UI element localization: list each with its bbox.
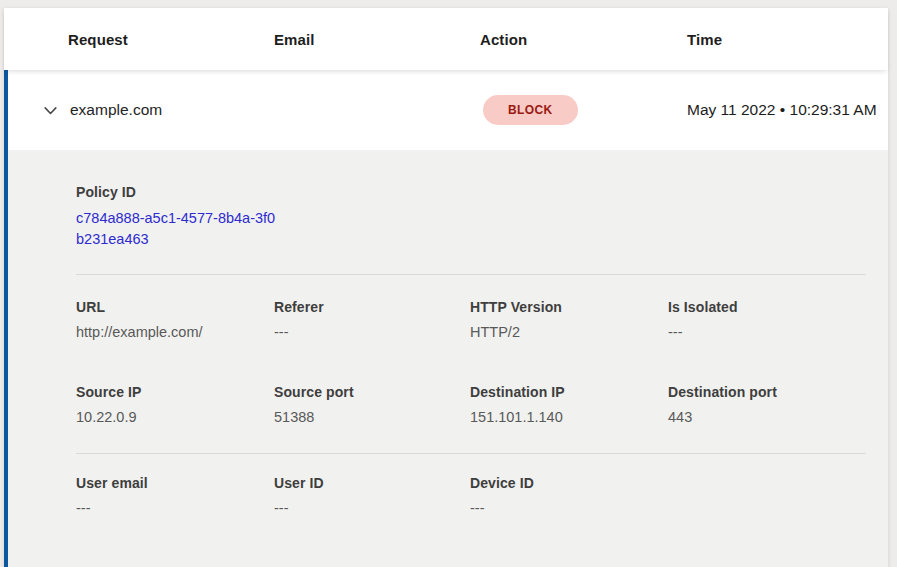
field-http-version: HTTP Version HTTP/2 <box>470 299 668 340</box>
log-table-card: Request Email Action Time example.com BL… <box>4 8 888 567</box>
field-device-id-value: --- <box>470 500 668 516</box>
field-source-port-label: Source port <box>274 384 470 400</box>
field-user-email-value: --- <box>76 500 274 516</box>
field-source-port-value: 51388 <box>274 409 470 425</box>
field-destination-ip: Destination IP 151.101.1.140 <box>470 384 668 425</box>
field-destination-ip-value: 151.101.1.140 <box>470 409 668 425</box>
column-header-request: Request <box>68 31 128 48</box>
field-url-label: URL <box>76 299 274 315</box>
field-referer-value: --- <box>274 324 470 340</box>
column-header-email: Email <box>274 31 315 48</box>
action-block-badge: BLOCK <box>483 95 578 125</box>
field-referer-label: Referer <box>274 299 470 315</box>
table-row[interactable]: example.com BLOCK May 11 2022 • 10:29:31… <box>4 70 888 150</box>
field-destination-port-value: 443 <box>668 409 866 425</box>
field-device-id: Device ID --- <box>470 475 668 516</box>
column-header-time: Time <box>687 31 722 48</box>
field-url: URL http://example.com/ <box>76 299 274 340</box>
details-row-network-info: Source IP 10.22.0.9 Source port 51388 De… <box>76 384 866 425</box>
collapse-row-button[interactable] <box>38 98 62 122</box>
section-divider <box>76 453 866 454</box>
field-source-port: Source port 51388 <box>274 384 470 425</box>
field-is-isolated-label: Is Isolated <box>668 299 866 315</box>
section-divider <box>76 274 866 275</box>
chevron-down-icon <box>42 102 59 119</box>
gateway-activity-log-page: { "table": { "columns": [ { "label": "Re… <box>0 0 897 567</box>
field-referer: Referer --- <box>274 299 470 340</box>
policy-id-label: Policy ID <box>76 184 866 200</box>
field-user-id-value: --- <box>274 500 470 516</box>
row-details-panel: Policy ID c784a888-a5c1-4577-8b4a-3f0b23… <box>4 150 888 567</box>
row-request-value: example.com <box>70 101 162 119</box>
field-user-id: User ID --- <box>274 475 470 516</box>
details-row-request-info: URL http://example.com/ Referer --- HTTP… <box>76 299 866 340</box>
field-is-isolated-value: --- <box>668 324 866 340</box>
field-user-email: User email --- <box>76 475 274 516</box>
field-empty <box>668 475 866 516</box>
field-is-isolated: Is Isolated --- <box>668 299 866 340</box>
table-header: Request Email Action Time <box>4 8 888 70</box>
field-user-id-label: User ID <box>274 475 470 491</box>
row-time-value: May 11 2022 • 10:29:31 AM <box>687 98 881 122</box>
field-device-id-label: Device ID <box>470 475 668 491</box>
policy-section: Policy ID c784a888-a5c1-4577-8b4a-3f0b23… <box>76 184 866 250</box>
field-destination-port: Destination port 443 <box>668 384 866 425</box>
field-user-email-label: User email <box>76 475 274 491</box>
field-destination-port-label: Destination port <box>668 384 866 400</box>
details-row-user-info: User email --- User ID --- Device ID --- <box>76 475 866 516</box>
field-source-ip-value: 10.22.0.9 <box>76 409 274 425</box>
field-source-ip: Source IP 10.22.0.9 <box>76 384 274 425</box>
column-header-action: Action <box>480 31 527 48</box>
policy-id-link[interactable]: c784a888-a5c1-4577-8b4a-3f0b231ea463 <box>76 208 276 250</box>
field-http-version-value: HTTP/2 <box>470 324 668 340</box>
field-source-ip-label: Source IP <box>76 384 274 400</box>
field-url-value: http://example.com/ <box>76 324 274 340</box>
field-http-version-label: HTTP Version <box>470 299 668 315</box>
field-destination-ip-label: Destination IP <box>470 384 668 400</box>
